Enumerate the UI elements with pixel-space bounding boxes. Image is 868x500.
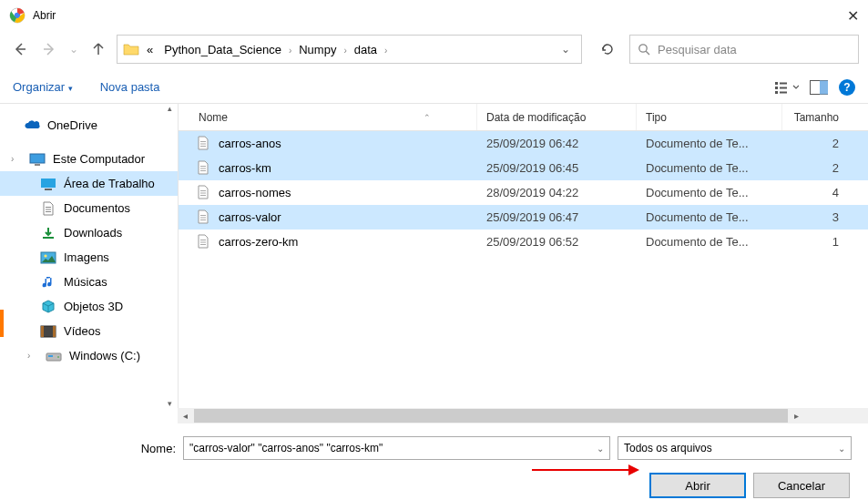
sidebar-item-desktop[interactable]: Área de Trabalho	[0, 171, 178, 196]
view-options-icon[interactable]	[775, 80, 799, 95]
column-size[interactable]: Tamanho	[782, 104, 848, 130]
sidebar: OneDrive›Este ComputadorÁrea de Trabalho…	[0, 104, 178, 408]
horizontal-scrollbar[interactable]: ◂ ▸	[178, 408, 868, 423]
svg-rect-27	[200, 141, 206, 142]
svg-rect-32	[200, 170, 206, 171]
svg-rect-28	[200, 143, 206, 144]
up-button[interactable]	[87, 38, 109, 60]
sidebar-item-label: Músicas	[64, 275, 107, 289]
file-size: 2	[782, 137, 848, 150]
sidebar-item-label: Este Computador	[53, 152, 145, 166]
chevron-down-icon[interactable]: ⌄	[597, 444, 604, 454]
folder-icon	[121, 39, 141, 59]
sidebar-item-docs[interactable]: Documentos	[0, 196, 178, 220]
search-input[interactable]: Pesquisar data	[629, 35, 859, 64]
scroll-down-icon[interactable]: ▾	[168, 399, 172, 408]
file-row[interactable]: carros-anos25/09/2019 06:42Documento de …	[179, 131, 868, 156]
file-size: 2	[782, 161, 848, 175]
file-row[interactable]: carros-zero-km25/09/2019 06:52Documento …	[179, 230, 868, 254]
pc-icon	[29, 151, 46, 168]
file-date: 28/09/2019 04:22	[477, 186, 637, 199]
sidebar-item-music[interactable]: Músicas	[0, 270, 178, 294]
preview-pane-icon[interactable]	[810, 80, 828, 95]
scroll-up-icon[interactable]: ▴	[168, 104, 172, 113]
back-button[interactable]	[9, 38, 31, 60]
videos-icon	[40, 323, 56, 340]
file-type: Documento de Te...	[637, 210, 782, 224]
sidebar-item-drive[interactable]: ›Windows (C:)	[0, 343, 178, 368]
sidebar-item-videos[interactable]: Vídeos	[0, 319, 178, 343]
file-name: carros-km	[219, 161, 271, 175]
objects3d-icon	[40, 299, 56, 315]
text-file-icon	[197, 160, 211, 177]
sidebar-item-images[interactable]: Imagens	[0, 245, 178, 270]
help-icon[interactable]: ?	[839, 79, 855, 96]
breadcrumb-dropdown[interactable]: ⌄	[554, 43, 577, 56]
breadcrumb-segment[interactable]: Numpy	[293, 43, 342, 56]
column-date[interactable]: Data de modificação	[477, 104, 637, 130]
svg-point-2	[639, 45, 647, 52]
text-file-icon	[197, 209, 211, 226]
file-row[interactable]: carros-nomes28/09/2019 04:22Documento de…	[179, 180, 868, 205]
new-folder-button[interactable]: Nova pasta	[100, 80, 160, 94]
organize-menu[interactable]: Organizar ▾	[13, 80, 73, 94]
open-button[interactable]: Abrir	[649, 473, 746, 498]
sidebar-scrollbar[interactable]: ▴ ▾	[162, 104, 178, 408]
svg-rect-41	[200, 244, 206, 245]
file-name: carros-nomes	[219, 186, 291, 199]
scroll-thumb[interactable]	[194, 409, 788, 423]
column-type[interactable]: Tipo	[637, 104, 782, 130]
chevron-right-icon: ›	[342, 46, 348, 56]
window-title: Abrir	[33, 9, 56, 22]
music-icon	[40, 274, 56, 291]
breadcrumb-bar[interactable]: « Python_Data_Science›Numpy›data› ⌄	[117, 35, 582, 64]
sidebar-item-pc[interactable]: ›Este Computador	[0, 147, 178, 171]
svg-marker-43	[628, 464, 639, 475]
toolbar: Organizar ▾ Nova pasta ?	[0, 71, 868, 104]
sidebar-item-downloads[interactable]: Downloads	[0, 220, 178, 245]
file-row[interactable]: carros-km25/09/2019 06:45Documento de Te…	[179, 156, 868, 180]
refresh-button[interactable]	[593, 35, 622, 64]
file-row[interactable]: carros-valor25/09/2019 06:47Documento de…	[179, 205, 868, 230]
scroll-left-icon[interactable]: ◂	[178, 408, 193, 423]
filename-input[interactable]: "carros-valor" "carros-anos" "carros-km"…	[183, 436, 610, 460]
svg-rect-31	[200, 168, 206, 168]
file-date: 25/09/2019 06:52	[477, 235, 637, 249]
filetype-filter[interactable]: Todos os arquivos ⌄	[618, 436, 852, 460]
breadcrumb-segment[interactable]: Python_Data_Science	[158, 43, 287, 56]
svg-rect-25	[48, 355, 53, 357]
svg-rect-17	[46, 211, 51, 212]
sidebar-item-label: Objetos 3D	[64, 300, 123, 313]
sidebar-item-objects3d[interactable]: Objetos 3D	[0, 294, 178, 319]
chevron-right-icon[interactable]: ›	[11, 154, 22, 164]
svg-rect-39	[200, 240, 206, 240]
sidebar-item-onedrive[interactable]: OneDrive	[0, 113, 178, 138]
svg-rect-34	[200, 192, 206, 193]
images-icon	[40, 250, 56, 266]
scroll-right-icon[interactable]: ▸	[789, 408, 804, 423]
svg-rect-35	[200, 195, 206, 196]
breadcrumb-segment[interactable]: data	[349, 43, 383, 56]
file-date: 25/09/2019 06:47	[477, 210, 637, 224]
file-list-pane: Nome⌃ Data de modificação Tipo Tamanho c…	[178, 104, 868, 408]
close-icon[interactable]: ✕	[847, 7, 859, 25]
file-type: Documento de Te...	[637, 235, 782, 249]
chevron-right-icon[interactable]: ›	[27, 351, 38, 361]
file-type: Documento de Te...	[637, 186, 782, 199]
svg-rect-29	[200, 146, 206, 147]
chevron-down-icon[interactable]: ⌄	[838, 444, 845, 454]
svg-rect-15	[46, 207, 51, 208]
svg-rect-22	[41, 326, 44, 337]
svg-rect-10	[820, 80, 828, 94]
svg-rect-7	[780, 87, 787, 88]
sidebar-item-label: OneDrive	[47, 118, 97, 132]
cancel-button[interactable]: Cancelar	[753, 473, 850, 498]
forward-button[interactable]	[38, 38, 60, 60]
recent-dropdown[interactable]: ⌄	[67, 38, 80, 60]
search-placeholder: Pesquisar data	[658, 43, 737, 56]
svg-rect-40	[200, 241, 206, 242]
column-headers: Nome⌃ Data de modificação Tipo Tamanho	[179, 104, 868, 131]
svg-rect-36	[200, 215, 206, 216]
sort-asc-icon: ⌃	[424, 113, 467, 122]
column-name[interactable]: Nome⌃	[179, 104, 477, 130]
